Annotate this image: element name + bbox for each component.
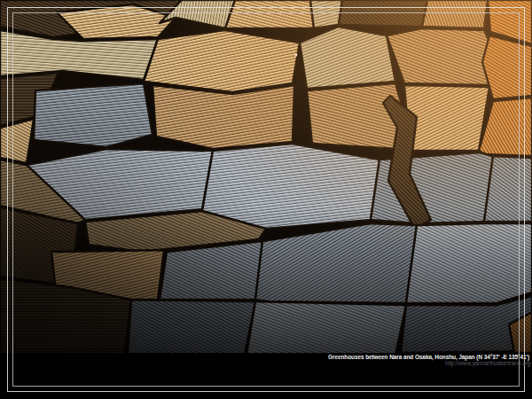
wallpaper: Greenhouses between Nara and Osaka, Hons… bbox=[0, 0, 532, 399]
aerial-photo bbox=[0, 0, 532, 399]
photo-credit-url: http://www.yannarthusbertrand.org bbox=[445, 360, 530, 366]
photo-caption: Greenhouses between Nara and Osaka, Hons… bbox=[328, 354, 529, 360]
